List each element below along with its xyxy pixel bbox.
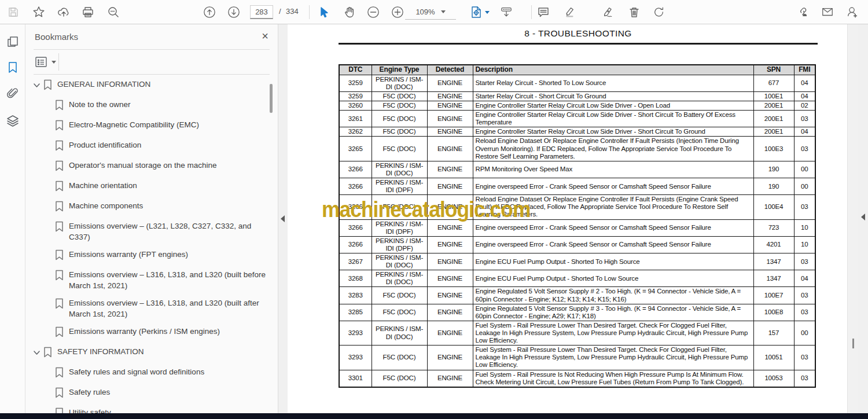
highlighter-icon[interactable] <box>562 6 575 19</box>
cell-fmi: 03 <box>794 287 815 304</box>
bookmark-item[interactable]: Emissions warranty (FPT engines) <box>33 249 269 263</box>
bookmark-icon <box>55 119 64 133</box>
bookmark-item-label: Safety rules and signal word definitions <box>69 366 204 377</box>
cell-engine-type: F5C (DOC) <box>372 370 427 387</box>
bookmark-item[interactable]: Emissions overview – L316, L318, and L32… <box>33 297 269 319</box>
chevron-down-icon[interactable] <box>33 346 43 359</box>
bookmark-item[interactable]: Machine orientation <box>33 180 269 194</box>
cell-detected: ENGINE <box>427 127 473 137</box>
select-cursor-icon[interactable] <box>318 6 331 19</box>
bookmark-item-label: Electro-Magnetic Compatibility (EMC) <box>69 119 199 130</box>
collapse-panel-arrow-icon[interactable] <box>281 215 285 222</box>
bookmark-icon <box>55 407 64 413</box>
page-scrolling-icon[interactable] <box>500 6 513 19</box>
panel-splitter[interactable] <box>278 24 288 413</box>
cell-spn: 190 <box>753 161 794 178</box>
bookmark-item[interactable]: Product identification <box>33 139 269 153</box>
star-icon[interactable] <box>32 6 45 19</box>
bookmark-item[interactable]: Safety rules and signal word definitions <box>33 366 269 380</box>
chevron-down-icon[interactable] <box>33 79 43 91</box>
table-row: 3266 PERKINS / ISM-IDI (DPF) ENGINE Engi… <box>339 236 815 253</box>
cell-description: Starter Relay Circuit - Shorted To Low S… <box>473 75 753 91</box>
comment-icon[interactable] <box>537 6 550 19</box>
cell-dtc: 3266 <box>339 219 372 236</box>
page-thumbnails-icon[interactable] <box>6 35 19 48</box>
column-header: Detected <box>427 65 473 75</box>
bookmark-item[interactable]: Emissions warranty (Perkins / ISM engine… <box>33 326 269 340</box>
cell-detected: ENGINE <box>427 91 473 101</box>
cell-fmi: 00 <box>794 161 815 178</box>
zoom-out-icon[interactable] <box>367 6 380 19</box>
taskbar-edge <box>0 413 868 419</box>
bookmarks-panel-icon[interactable] <box>6 61 19 73</box>
cell-detected: ENGINE <box>427 111 473 127</box>
share-link-icon[interactable] <box>796 6 809 19</box>
save-icon[interactable] <box>7 6 20 19</box>
bookmark-section[interactable]: GENERAL INFORMATION <box>33 79 269 93</box>
trash-icon[interactable] <box>628 6 641 19</box>
cell-engine-type: F5C (DOC) <box>372 195 427 219</box>
cell-spn: 10053 <box>753 370 794 387</box>
bookmark-item[interactable]: Utility safety <box>33 407 269 413</box>
zoom-level-select[interactable]: 109% <box>405 5 456 20</box>
column-header: Description <box>473 65 753 75</box>
fit-page-icon[interactable] <box>470 6 483 19</box>
bookmark-section[interactable]: SAFETY INFORMATION <box>33 346 269 360</box>
cell-engine-type: F5C (DOC) <box>372 111 427 127</box>
cell-fmi: 03 <box>794 346 815 370</box>
bookmark-icon <box>55 387 64 400</box>
cell-fmi: 10 <box>794 236 815 253</box>
table-row: 3285 F5C (DOC) ENGINE Engine Regulated 5… <box>339 304 815 321</box>
cell-spn: 4201 <box>753 236 794 253</box>
bookmark-icon <box>55 366 64 380</box>
bookmark-item-label: Machine orientation <box>69 180 137 191</box>
bookmarks-panel: Bookmarks × GENERAL INFORMATION Note to … <box>25 24 278 413</box>
bookmark-item[interactable]: Electro-Magnetic Compatibility (EMC) <box>33 119 269 133</box>
attachments-icon[interactable] <box>6 87 19 100</box>
cell-dtc: 3268 <box>339 270 372 287</box>
expand-tools-arrow-icon[interactable] <box>861 214 865 220</box>
toolbar-divider <box>531 5 532 19</box>
bookmark-item[interactable]: Operator's manual storage on the machine <box>33 160 269 174</box>
find-icon[interactable] <box>107 6 120 19</box>
bookmark-item[interactable]: Emissions overview – (L321, L328, C327, … <box>33 220 269 242</box>
print-icon[interactable] <box>82 6 94 19</box>
document-page: 8 - TROUBLESHOOTING DTCEngine TypeDetect… <box>288 24 847 413</box>
bookmark-item[interactable]: Note to the owner <box>33 99 269 113</box>
cell-description: Engine Controller Starter Relay Circuit … <box>473 127 753 137</box>
page-down-icon[interactable] <box>227 6 240 19</box>
bookmark-item[interactable]: Emissions overview – L316, L318, and L32… <box>33 269 269 291</box>
page-up-icon[interactable] <box>203 6 216 19</box>
fit-page-caret-icon[interactable] <box>484 6 491 19</box>
layers-icon[interactable] <box>6 114 19 127</box>
fill-sign-pen-icon[interactable] <box>602 6 615 19</box>
email-icon[interactable] <box>821 6 834 19</box>
table-row: 3266 PERKINS / ISM-DI (DOC) ENGINE RPM M… <box>339 161 815 178</box>
zoom-in-icon[interactable] <box>391 6 404 19</box>
panel-scrollbar-thumb[interactable] <box>270 84 273 113</box>
cell-description: Engine Regulated 5 Volt Sensor Supply # … <box>473 287 753 304</box>
table-row: 3262 F5C (DOC) ENGINE Engine Controller … <box>339 127 815 137</box>
top-toolbar: 283 / 334 109% <box>0 0 868 24</box>
bookmark-item[interactable]: Machine components <box>33 200 269 214</box>
document-scrollbar[interactable] <box>847 24 858 413</box>
column-header: Engine Type <box>372 65 427 75</box>
add-person-icon[interactable] <box>846 6 859 19</box>
cell-fmi: 10 <box>794 219 815 236</box>
page-number-input[interactable]: 283 <box>250 5 273 19</box>
hand-tool-icon[interactable] <box>343 6 356 19</box>
close-icon[interactable]: × <box>262 30 269 42</box>
share-upload-icon[interactable] <box>57 6 70 19</box>
cell-engine-type: F5C (DOC) <box>372 304 427 321</box>
tools-pane-splitter[interactable] <box>858 24 868 413</box>
table-row: 3293 PERKINS / ISM-DI (DOC) ENGINE Fuel … <box>339 321 815 345</box>
divider <box>58 53 59 71</box>
rotate-icon[interactable] <box>653 6 665 19</box>
document-scrollbar-thumb[interactable] <box>852 339 854 348</box>
cell-engine-type: PERKINS / ISM-DI (DOC) <box>372 161 427 178</box>
bookmark-options-button[interactable] <box>34 55 56 69</box>
bookmark-item-label: Machine components <box>69 200 143 211</box>
cell-detected: ENGINE <box>427 270 473 287</box>
bookmark-icon <box>43 79 52 93</box>
bookmark-item[interactable]: Safety rules <box>33 387 269 400</box>
